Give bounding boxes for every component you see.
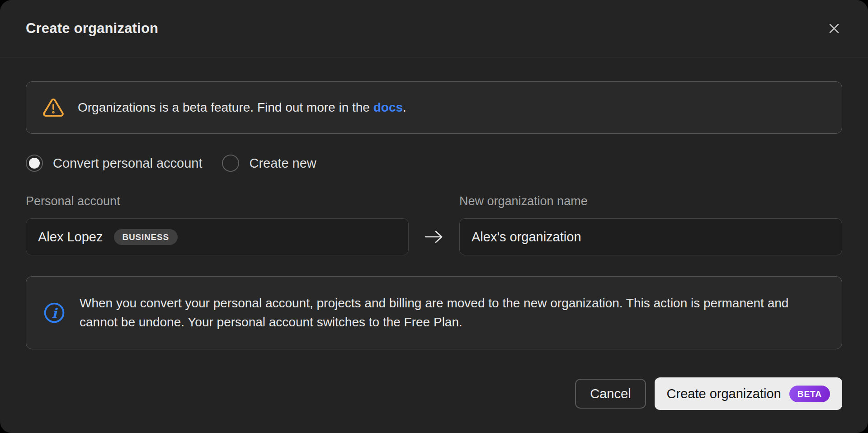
- cancel-button[interactable]: Cancel: [575, 379, 646, 409]
- modal-footer: Cancel Create organization BETA: [26, 377, 842, 410]
- business-badge: BUSINESS: [114, 229, 178, 245]
- conversion-info-banner: i When you convert your personal account…: [26, 276, 842, 349]
- radio-label: Convert personal account: [53, 156, 202, 171]
- new-organization-name-input[interactable]: [459, 218, 842, 255]
- new-organization-name-label: New organization name: [459, 194, 842, 208]
- create-organization-modal: Create organization Organizations is a b…: [0, 0, 868, 433]
- conversion-info-text: When you convert your personal account, …: [80, 294, 821, 332]
- personal-account-field[interactable]: Alex Lopez BUSINESS: [26, 218, 409, 255]
- info-icon: i: [42, 301, 66, 325]
- beta-badge: BETA: [789, 386, 830, 402]
- modal-content: Organizations is a beta feature. Find ou…: [0, 57, 868, 433]
- personal-account-label: Personal account: [26, 194, 409, 208]
- modal-title: Create organization: [26, 20, 158, 37]
- modal-header: Create organization: [0, 0, 868, 57]
- beta-warning-banner: Organizations is a beta feature. Find ou…: [26, 81, 842, 134]
- radio-selected-icon[interactable]: [26, 155, 43, 172]
- radio-convert-personal-account[interactable]: Convert personal account: [26, 155, 202, 172]
- create-organization-button[interactable]: Create organization BETA: [655, 377, 842, 410]
- create-organization-button-label: Create organization: [667, 386, 781, 401]
- personal-account-name: Alex Lopez: [38, 230, 103, 245]
- radio-unselected-icon[interactable]: [222, 155, 239, 172]
- docs-link[interactable]: docs: [373, 100, 403, 114]
- arrow-right-icon: [409, 229, 459, 245]
- field-labels-row: Personal account New organization name: [26, 194, 842, 208]
- warning-triangle-icon: [42, 97, 64, 118]
- fields-row: Alex Lopez BUSINESS: [26, 218, 842, 255]
- beta-warning-text: Organizations is a beta feature. Find ou…: [78, 98, 406, 117]
- close-icon: [826, 20, 842, 37]
- mode-radio-row: Convert personal account Create new: [26, 155, 842, 172]
- radio-label: Create new: [249, 156, 316, 171]
- radio-create-new[interactable]: Create new: [222, 155, 316, 172]
- close-button[interactable]: [822, 17, 846, 40]
- svg-text:i: i: [52, 306, 58, 321]
